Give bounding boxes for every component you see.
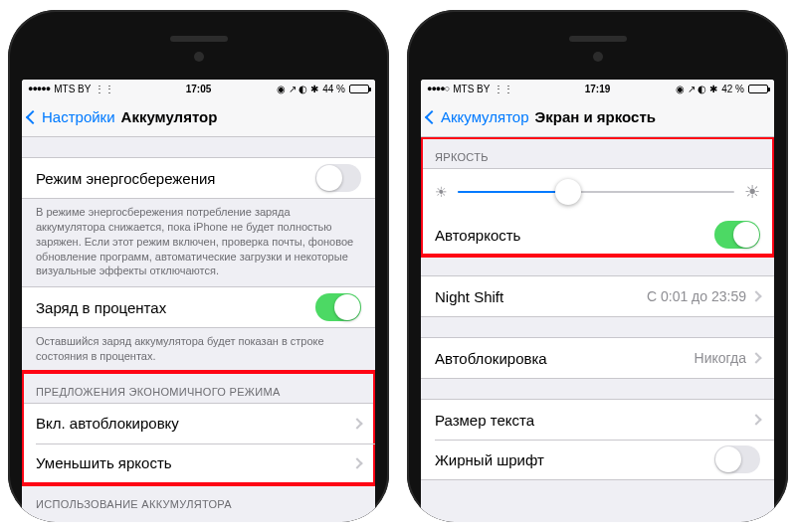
- brightness-highlight: ЯРКОСТЬ ☀︎ ☀︎ Автояркость: [421, 137, 774, 256]
- content: ЯРКОСТЬ ☀︎ ☀︎ Автояркость: [421, 137, 774, 522]
- text-size-row[interactable]: Размер текста: [421, 400, 774, 440]
- chevron-right-icon: [750, 414, 761, 425]
- chevron-right-icon: [351, 418, 362, 429]
- back-label: Настройки: [42, 108, 115, 125]
- slider-thumb[interactable]: [555, 179, 581, 205]
- brightness-slider-row[interactable]: ☀︎ ☀︎: [421, 169, 774, 215]
- content: Режим энергосбережения В режиме энергосб…: [22, 137, 375, 522]
- suggestions-highlight: ПРЕДЛОЖЕНИЯ ЭКОНОМИЧНОГО РЕЖИМА Вкл. авт…: [22, 372, 375, 484]
- page-title: Экран и яркость: [535, 108, 656, 125]
- status-icons: ◉ ↗ ◐ ✱: [676, 84, 717, 94]
- page-title: Аккумулятор: [121, 108, 218, 125]
- brightness-header: ЯРКОСТЬ: [421, 137, 774, 168]
- phone-right: ●●●●○ MTS BY ⋮⋮ 17:19 ◉ ↗ ◐ ✱ 42 % Аккум…: [407, 10, 788, 522]
- night-shift-row[interactable]: Night Shift С 0:01 до 23:59: [421, 276, 774, 316]
- sun-small-icon: ☀︎: [435, 184, 448, 200]
- auto-brightness-toggle[interactable]: [714, 221, 760, 249]
- sun-large-icon: ☀︎: [744, 181, 760, 203]
- bold-text-toggle[interactable]: [714, 445, 760, 473]
- usage-header: ИСПОЛЬЗОВАНИЕ АККУМУЛЯТОРА: [22, 484, 375, 515]
- status-icons: ◉ ↗ ◐ ✱: [277, 84, 318, 94]
- battery-percentage-toggle[interactable]: [315, 293, 361, 321]
- auto-brightness-row[interactable]: Автояркость: [421, 215, 774, 255]
- brightness-slider[interactable]: [458, 191, 734, 193]
- battery-percent: 42 %: [721, 84, 744, 94]
- back-button[interactable]: Аккумулятор: [427, 108, 529, 125]
- low-power-mode-toggle[interactable]: [315, 164, 361, 192]
- wifi-icon: ⋮⋮: [494, 84, 513, 94]
- battery-icon: [748, 85, 768, 93]
- suggestion-autolock[interactable]: Вкл. автоблокировку: [22, 404, 375, 443]
- carrier-label: MTS BY: [54, 84, 91, 94]
- low-power-mode-label: Режим энергосбережения: [36, 170, 315, 187]
- battery-percentage-label: Заряд в процентах: [36, 299, 315, 316]
- clock: 17:19: [585, 84, 611, 94]
- carrier-label: MTS BY: [453, 84, 490, 94]
- night-shift-value: С 0:01 до 23:59: [647, 288, 746, 304]
- bold-text-row[interactable]: Жирный шрифт: [421, 440, 774, 479]
- suggestions-header: ПРЕДЛОЖЕНИЯ ЭКОНОМИЧНОГО РЕЖИМА: [22, 372, 375, 403]
- back-button[interactable]: Настройки: [28, 108, 115, 125]
- signal-dots: ●●●●●: [28, 84, 50, 93]
- wifi-icon: ⋮⋮: [95, 84, 114, 94]
- status-bar: ●●●●○ MTS BY ⋮⋮ 17:19 ◉ ↗ ◐ ✱ 42 %: [421, 80, 774, 97]
- battery-percentage-footer: Оставшийся заряд аккумулятора будет пока…: [22, 328, 375, 372]
- low-power-mode-row[interactable]: Режим энергосбережения: [22, 158, 375, 198]
- screen: ●●●●● MTS BY ⋮⋮ 17:05 ◉ ↗ ◐ ✱ 44 % Настр…: [22, 80, 375, 522]
- chevron-right-icon: [750, 290, 761, 301]
- nav-bar: Настройки Аккумулятор: [22, 97, 375, 137]
- chevron-right-icon: [750, 352, 761, 363]
- status-bar: ●●●●● MTS BY ⋮⋮ 17:05 ◉ ↗ ◐ ✱ 44 %: [22, 80, 375, 97]
- battery-icon: [349, 85, 369, 93]
- screen: ●●●●○ MTS BY ⋮⋮ 17:19 ◉ ↗ ◐ ✱ 42 % Аккум…: [421, 80, 774, 522]
- back-label: Аккумулятор: [441, 108, 529, 125]
- nav-bar: Аккумулятор Экран и яркость: [421, 97, 774, 137]
- signal-dots: ●●●●○: [427, 84, 449, 93]
- chevron-left-icon: [425, 109, 439, 123]
- chevron-left-icon: [26, 109, 40, 123]
- clock: 17:05: [186, 84, 212, 94]
- autolock-row[interactable]: Автоблокировка Никогда: [421, 338, 774, 378]
- battery-percentage-row[interactable]: Заряд в процентах: [22, 287, 375, 327]
- phone-left: ●●●●● MTS BY ⋮⋮ 17:05 ◉ ↗ ◐ ✱ 44 % Настр…: [8, 10, 389, 522]
- autolock-value: Никогда: [695, 350, 746, 366]
- chevron-right-icon: [351, 457, 362, 468]
- low-power-mode-footer: В режиме энергосбережения потребление за…: [22, 199, 375, 286]
- battery-percent: 44 %: [322, 84, 345, 94]
- suggestion-reduce-brightness[interactable]: Уменьшить яркость: [22, 443, 375, 483]
